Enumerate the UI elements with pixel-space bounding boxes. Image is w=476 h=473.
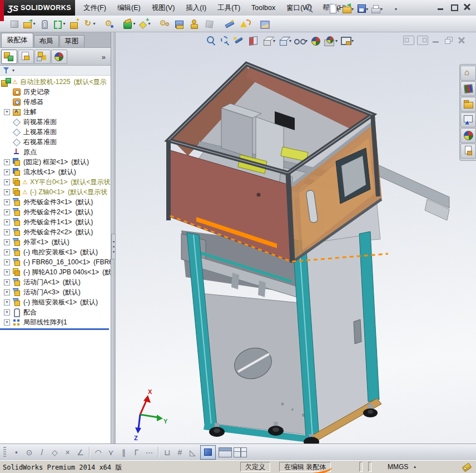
grid-snap-icon[interactable]: # [173, 446, 186, 459]
expand-plus-icon[interactable]: + [4, 229, 10, 235]
view-orientation-icon[interactable]: ▾ [260, 34, 276, 48]
expand-plus-icon[interactable]: + [4, 239, 10, 245]
close-icon[interactable] [460, 2, 474, 12]
midpoint-snap-icon[interactable]: ⋎ [105, 446, 117, 459]
edit-appearance-icon[interactable] [309, 34, 323, 48]
expand-plus-icon[interactable]: + [4, 279, 10, 285]
minimize-icon[interactable] [434, 2, 447, 12]
insert-component-icon[interactable]: ▾ [22, 17, 37, 31]
edit-component-icon[interactable] [7, 17, 22, 31]
expand-plus-icon[interactable]: + [4, 269, 10, 275]
open-button[interactable]: ▾ [341, 3, 356, 12]
tree-item[interactable]: + 外壳钣金件1<1> (默认) [0, 217, 111, 227]
save-button[interactable]: ▾ [356, 3, 370, 12]
tree-item[interactable]: + ⚠ XY平台0<1> (默认<显示状 [0, 177, 111, 187]
panel-splitter[interactable]: ◂ ◂ ◂ [111, 32, 116, 444]
corner-snap-icon[interactable]: Γ [130, 446, 143, 459]
restore-icon[interactable] [447, 2, 460, 12]
rollback-bar[interactable] [0, 328, 109, 330]
parallel-snap-icon[interactable]: ∥ [117, 446, 130, 459]
tangent-snap-icon[interactable]: ◠ [92, 446, 105, 459]
single-pane-view-button[interactable] [219, 447, 232, 457]
tree-item[interactable]: + 注解 [0, 107, 111, 117]
picture-frame-icon[interactable] [257, 17, 272, 31]
tag-icon[interactable] [462, 462, 472, 471]
tree-item[interactable]: + 局部线性阵列1 [0, 317, 111, 327]
tab-assembly[interactable]: 装配体 [1, 33, 33, 47]
tree-item[interactable]: 前视基准面 [0, 117, 111, 127]
side-beam[interactable] [370, 161, 449, 208]
measure-icon[interactable] [222, 17, 237, 31]
expand-plus-icon[interactable]: + [4, 209, 10, 215]
tree-item[interactable]: + (-) 电控安装板<1> (默认) [0, 247, 111, 257]
tree-item[interactable]: 上视基准面 [0, 127, 111, 137]
expand-plus-icon[interactable]: + [4, 319, 10, 326]
expand-plus-icon[interactable]: + [4, 259, 10, 265]
expand-plus-icon[interactable]: + [4, 189, 10, 195]
filter-icon[interactable] [3, 67, 11, 74]
component-pattern-icon[interactable]: ▾ [52, 17, 67, 31]
help-button[interactable]: ▾ [385, 3, 399, 12]
angle-bisector-snap-icon[interactable]: ◺ [186, 446, 199, 459]
search-icon[interactable] [304, 3, 315, 13]
tree-item[interactable]: + (固定) 框架<1> (默认) [0, 157, 111, 167]
displaymanager-tab[interactable] [51, 50, 67, 64]
design-library-icon[interactable] [460, 81, 476, 96]
tree-item[interactable]: + (-) FBR60_16_100<1> (FBR60 [0, 257, 111, 267]
shaded-view-button[interactable] [200, 445, 216, 460]
view-palette-icon[interactable] [460, 112, 476, 127]
expand-plus-icon[interactable]: + [4, 199, 10, 205]
door-handle[interactable] [354, 319, 361, 344]
expand-plus-icon[interactable]: + [4, 109, 10, 115]
section-view-icon[interactable] [246, 34, 260, 48]
tree-item[interactable]: + 外罩<1> (默认) [0, 237, 111, 247]
home-tab-icon[interactable] [460, 66, 476, 81]
custom-properties-icon[interactable] [460, 144, 476, 159]
tree-item[interactable]: 右视基准面 [0, 137, 111, 147]
zoom-to-fit-icon[interactable] [205, 34, 219, 48]
expand-plus-icon[interactable]: + [4, 249, 10, 255]
smart-fasteners-icon[interactable] [67, 17, 82, 31]
four-pane-view-button[interactable] [234, 447, 247, 457]
tree-item[interactable]: + (-) 脚轮A10 JPB 040s<1> (默 [0, 267, 111, 277]
tree-item[interactable]: + ⚠ (-) Z轴0<1> (默认<显示状 [0, 187, 111, 197]
length-snap-icon[interactable]: ⊔ [161, 446, 173, 459]
tree-item[interactable]: + (-) 拖链安装板<1> (默认) [0, 297, 111, 307]
menu-item[interactable]: 插入(I) [180, 0, 212, 16]
menu-item[interactable]: 工具(T) [212, 0, 246, 16]
tree-item[interactable]: + 外壳钣金件2<1> (默认) [0, 207, 111, 217]
apply-scene-icon[interactable]: ▾ [323, 34, 339, 48]
menu-item[interactable]: Toolbox [246, 0, 281, 16]
toolbox-icon[interactable]: ▾ [122, 17, 137, 31]
hide-show-items-icon[interactable]: ▾ [292, 34, 309, 48]
filter-dropdown-arrow[interactable]: ▾ [12, 68, 14, 73]
tree-item[interactable]: 传感器 [0, 97, 111, 107]
motion-study-icon[interactable] [157, 17, 172, 31]
tree-item[interactable]: 原点 [0, 147, 111, 157]
expand-plus-icon[interactable]: + [4, 179, 10, 185]
tab-sketch[interactable]: 草图 [60, 35, 85, 47]
units-dropdown-arrow[interactable]: ▴ [414, 464, 416, 469]
tree-item[interactable]: + 配合 [0, 307, 111, 317]
expand-plus-icon[interactable]: + [4, 219, 10, 225]
expand-plus-icon[interactable]: + [4, 169, 10, 175]
display-style-icon[interactable]: ▾ [276, 34, 292, 48]
doc-restore-icon[interactable] [444, 36, 454, 45]
graphics-area[interactable]: X Y Z [116, 32, 476, 444]
new-document-button[interactable]: ▾ [327, 3, 341, 12]
print-button[interactable]: ▾ [370, 3, 385, 12]
expand-plus-icon[interactable]: + [4, 299, 10, 306]
zoom-to-area-icon[interactable] [219, 34, 232, 48]
window-tile-right-icon[interactable] [417, 36, 428, 45]
file-explorer-icon[interactable] [460, 97, 476, 112]
tree-item[interactable]: + 活动门A<1> (默认) [0, 277, 111, 287]
expand-plus-icon[interactable]: + [4, 289, 10, 295]
center-snap-icon[interactable]: ⊙ [23, 446, 36, 459]
model-3d-glue-machine[interactable]: X Y Z [116, 32, 476, 444]
polygon-snap-icon[interactable]: ◇ [48, 446, 61, 459]
previous-view-icon[interactable] [232, 34, 246, 48]
menu-item[interactable]: 编辑(E) [112, 0, 146, 16]
menu-item[interactable]: 视图(V) [146, 0, 181, 16]
menu-item[interactable]: 文件(F) [78, 0, 112, 16]
tab-layout[interactable]: 布局 [34, 35, 59, 47]
